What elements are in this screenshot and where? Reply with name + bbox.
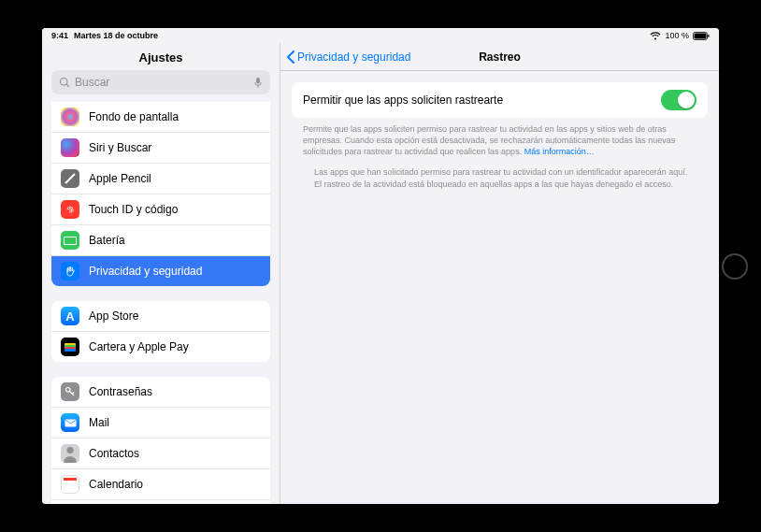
- more-info-link[interactable]: Más información…: [524, 147, 595, 156]
- status-bar: 9:41 Martes 18 de octubre 100 %: [42, 28, 719, 43]
- main-panel: Privacidad y seguridad Rastreo Permitir …: [280, 43, 719, 504]
- siri-icon: [61, 138, 79, 157]
- footer-description-2: Las apps que han solicitado permiso para…: [292, 157, 708, 189]
- chevron-left-icon: [286, 50, 295, 64]
- sidebar-item-touchid[interactable]: Touch ID y código: [51, 194, 270, 225]
- ipad-device: 9:41 Martes 18 de octubre 100 % Ajustes: [0, 0, 761, 532]
- main-body: Permitir que las apps soliciten rastrear…: [280, 71, 719, 504]
- footer-description-1: Permite que las apps soliciten permiso p…: [292, 118, 708, 157]
- pencil-icon: [61, 169, 79, 188]
- sidebar-item-label: Mail: [89, 416, 109, 429]
- sidebar-item-notes[interactable]: Notas: [51, 500, 270, 504]
- appstore-icon: [61, 307, 79, 325]
- sidebar-item-label: Siri y Buscar: [89, 141, 151, 154]
- sidebar-item-calendar[interactable]: Calendario: [51, 469, 270, 500]
- wallet-icon: [61, 338, 79, 356]
- hand-icon: [61, 262, 79, 280]
- sidebar-item-privacy[interactable]: Privacidad y seguridad: [51, 256, 270, 286]
- sidebar-item-label: Contraseñas: [89, 385, 152, 398]
- sidebar-item-label: Privacidad y seguridad: [89, 265, 202, 278]
- status-right: 100 %: [650, 31, 710, 40]
- sidebar-item-siri[interactable]: Siri y Buscar: [51, 133, 270, 164]
- wallpaper-icon: [61, 108, 79, 126]
- sidebar-item-label: Batería: [89, 234, 125, 247]
- sidebar-item-wallpaper[interactable]: Fondo de pantalla: [51, 102, 270, 133]
- sidebar-item-label: Touch ID y código: [89, 203, 178, 216]
- svg-rect-5: [256, 77, 260, 83]
- svg-rect-1: [695, 33, 707, 38]
- back-button[interactable]: Privacidad y seguridad: [280, 50, 410, 64]
- calendar-icon: [61, 475, 79, 494]
- sidebar-item-battery[interactable]: Batería: [51, 225, 270, 256]
- search-field[interactable]: [51, 70, 270, 94]
- tracking-toggle[interactable]: [661, 90, 696, 110]
- sidebar-item-passwords[interactable]: Contraseñas: [51, 377, 270, 408]
- sidebar-item-label: Cartera y Apple Pay: [89, 340, 189, 353]
- status-time: 9:41: [51, 31, 68, 40]
- sidebar-title: Ajustes: [42, 43, 280, 70]
- contacts-icon: [61, 444, 79, 463]
- search-icon: [59, 77, 70, 88]
- battery-icon: [61, 231, 79, 250]
- microphone-icon[interactable]: [253, 77, 263, 89]
- wifi-icon: [650, 32, 661, 40]
- back-label: Privacidad y seguridad: [297, 50, 410, 64]
- sidebar-item-label: Contactos: [89, 447, 139, 460]
- svg-rect-10: [65, 349, 76, 352]
- tracking-label: Permitir que las apps soliciten rastrear…: [303, 93, 503, 107]
- sidebar-item-mail[interactable]: Mail: [51, 408, 270, 439]
- screen: 9:41 Martes 18 de octubre 100 % Ajustes: [42, 28, 719, 504]
- sidebar-item-contacts[interactable]: Contactos: [51, 439, 270, 469]
- sidebar-item-label: Fondo de pantalla: [89, 110, 179, 123]
- home-button[interactable]: [722, 253, 748, 280]
- sidebar-item-label: App Store: [89, 309, 138, 323]
- sidebar-item-label: Calendario: [89, 478, 143, 491]
- key-icon: [61, 382, 79, 401]
- sidebar-item-wallet[interactable]: Cartera y Apple Pay: [51, 332, 270, 362]
- svg-rect-12: [65, 419, 76, 426]
- tracking-cell: Permitir que las apps soliciten rastrear…: [292, 82, 708, 118]
- sidebar-item-label: Apple Pencil: [89, 172, 151, 185]
- sidebar: Ajustes Fondo de pantalla: [42, 43, 280, 504]
- svg-rect-2: [708, 35, 709, 37]
- fingerprint-icon: [61, 200, 79, 219]
- sidebar-item-appstore[interactable]: App Store: [51, 301, 270, 332]
- svg-line-4: [66, 84, 68, 86]
- search-input[interactable]: [75, 76, 249, 89]
- mail-icon: [61, 413, 79, 432]
- sidebar-item-pencil[interactable]: Apple Pencil: [51, 164, 270, 194]
- battery-icon: [693, 32, 710, 40]
- status-date: Martes 18 de octubre: [74, 31, 158, 40]
- sidebar-list[interactable]: Fondo de pantalla Siri y Buscar Apple Pe…: [42, 102, 280, 504]
- status-battery: 100 %: [665, 31, 689, 40]
- nav-bar: Privacidad y seguridad Rastreo: [280, 43, 719, 71]
